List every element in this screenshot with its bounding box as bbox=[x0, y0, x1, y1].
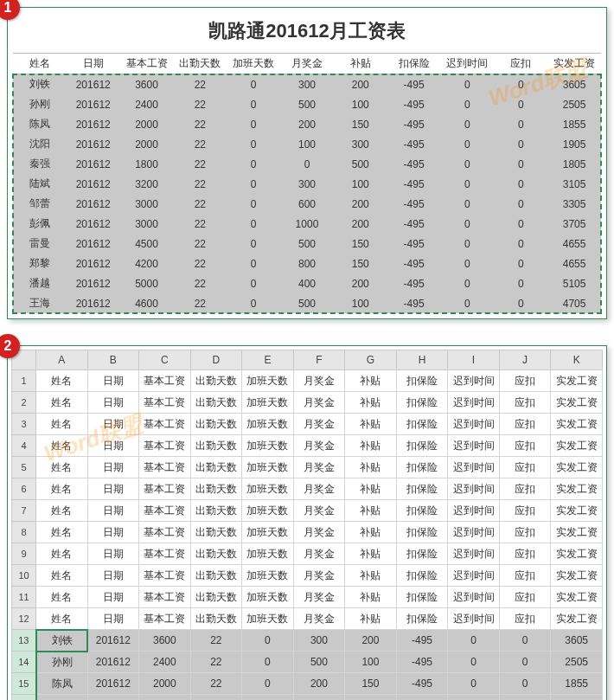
column-headers-row[interactable]: ABCDEFGHIJK bbox=[12, 350, 603, 370]
table-cell[interactable]: -495 bbox=[387, 134, 441, 154]
grid-cell[interactable]: 日期 bbox=[87, 414, 139, 435]
grid-cell[interactable]: 补贴 bbox=[345, 414, 397, 435]
table-cell[interactable]: 2000 bbox=[120, 134, 174, 154]
grid-cell[interactable]: 迟到时间 bbox=[448, 457, 500, 478]
table-row[interactable]: 邹蕾2016123000220600200-495003305 bbox=[13, 194, 601, 214]
grid-cell[interactable]: 300 bbox=[293, 630, 345, 652]
column-letter-header[interactable]: G bbox=[345, 350, 397, 370]
grid-cell[interactable]: 基本工资 bbox=[139, 435, 191, 457]
table-cell[interactable]: 3000 bbox=[120, 194, 174, 214]
grid-cell[interactable]: 0 bbox=[242, 673, 294, 695]
grid-row[interactable]: 10姓名日期基本工资出勤天数加班天数月奖金补贴扣保险迟到时间应扣实发工资 bbox=[12, 565, 603, 587]
row-number-header[interactable]: 7 bbox=[12, 500, 36, 522]
table-cell[interactable]: 0 bbox=[227, 154, 280, 174]
table-cell[interactable]: 22 bbox=[173, 154, 227, 174]
table-cell[interactable]: 0 bbox=[494, 273, 547, 293]
grid-cell[interactable]: 月奖金 bbox=[293, 608, 345, 630]
table-cell[interactable]: 0 bbox=[441, 293, 495, 313]
table-cell[interactable]: 500 bbox=[280, 94, 334, 114]
table-row[interactable]: 雷曼2016124500220500150-495004655 bbox=[13, 234, 601, 254]
row-number-header[interactable]: 10 bbox=[12, 565, 36, 587]
grid-cell[interactable]: 日期 bbox=[87, 608, 139, 630]
grid-cell[interactable]: 应扣 bbox=[499, 370, 551, 392]
grid-cell[interactable]: 基本工资 bbox=[139, 543, 191, 565]
grid-cell[interactable]: 出勤天数 bbox=[190, 543, 242, 565]
grid-cell[interactable]: 加班天数 bbox=[242, 587, 294, 608]
column-letter-header[interactable]: I bbox=[448, 350, 500, 370]
table-cell[interactable]: -495 bbox=[387, 273, 441, 293]
grid-cell[interactable]: 加班天数 bbox=[242, 414, 294, 435]
grid-cell[interactable]: 补贴 bbox=[345, 543, 397, 565]
grid-cell[interactable]: 应扣 bbox=[499, 414, 551, 435]
grid-cell[interactable]: 0 bbox=[499, 652, 551, 673]
table-cell[interactable]: 0 bbox=[227, 293, 280, 313]
grid-row-selected[interactable]: 16沈阳2016122000220100300-495001905 bbox=[12, 695, 603, 701]
table-row[interactable]: 孙刚2016122400220500100-495002505 bbox=[13, 94, 601, 114]
table-cell[interactable]: 1800 bbox=[120, 154, 174, 174]
grid-cell[interactable]: 补贴 bbox=[345, 500, 397, 522]
grid-cell[interactable]: 扣保险 bbox=[396, 435, 448, 457]
table-cell[interactable]: 100 bbox=[280, 134, 334, 154]
row-number-header[interactable]: 12 bbox=[12, 608, 36, 630]
table-cell[interactable]: 0 bbox=[227, 273, 280, 293]
grid-cell[interactable]: 出勤天数 bbox=[190, 457, 242, 478]
grid-cell[interactable]: 0 bbox=[448, 695, 500, 701]
table-cell[interactable]: 22 bbox=[173, 94, 227, 114]
table-row[interactable]: 秦强20161218002200500-495001805 bbox=[13, 154, 601, 174]
grid-row-selected[interactable]: 14孙刚2016122400220500100-495002505 bbox=[12, 652, 603, 673]
table-cell[interactable]: 200 bbox=[334, 194, 387, 214]
grid-cell[interactable]: 22 bbox=[190, 673, 242, 695]
grid-cell[interactable]: 200 bbox=[293, 673, 345, 695]
table-cell[interactable]: -495 bbox=[387, 254, 441, 273]
grid-cell[interactable]: 实发工资 bbox=[551, 608, 603, 630]
table-cell[interactable]: 22 bbox=[173, 74, 227, 95]
grid-cell[interactable]: 应扣 bbox=[499, 608, 551, 630]
grid-cell[interactable]: 补贴 bbox=[345, 392, 397, 414]
grid-cell[interactable]: 扣保险 bbox=[396, 392, 448, 414]
table-cell[interactable]: -495 bbox=[387, 94, 441, 114]
grid-cell[interactable]: 基本工资 bbox=[139, 478, 191, 500]
table-cell[interactable]: 0 bbox=[441, 114, 495, 134]
row-number-header[interactable]: 6 bbox=[12, 478, 36, 500]
grid-cell[interactable]: -495 bbox=[396, 673, 448, 695]
grid-cell[interactable]: 2505 bbox=[551, 652, 603, 673]
table-row[interactable]: 郑黎2016124200220800150-495004655 bbox=[13, 254, 601, 273]
grid-cell[interactable]: 补贴 bbox=[345, 435, 397, 457]
grid-cell[interactable]: 201612 bbox=[87, 695, 139, 701]
table-cell[interactable]: 22 bbox=[173, 293, 227, 313]
grid-cell[interactable]: 实发工资 bbox=[551, 478, 603, 500]
grid-cell[interactable]: 0 bbox=[448, 652, 500, 673]
table-cell[interactable]: 0 bbox=[494, 194, 547, 214]
grid-cell[interactable]: 补贴 bbox=[345, 587, 397, 608]
table-cell[interactable]: 201612 bbox=[67, 273, 120, 293]
row-number-header[interactable]: 8 bbox=[12, 522, 36, 543]
grid-cell[interactable]: 出勤天数 bbox=[190, 478, 242, 500]
row-number-header[interactable]: 13 bbox=[12, 630, 36, 652]
table-cell[interactable]: -495 bbox=[387, 114, 441, 134]
grid-cell[interactable]: 补贴 bbox=[345, 522, 397, 543]
table-cell[interactable]: 沈阳 bbox=[13, 134, 67, 154]
table-cell[interactable]: 0 bbox=[494, 154, 547, 174]
table-cell[interactable]: 150 bbox=[334, 114, 387, 134]
table-cell[interactable]: 1855 bbox=[547, 114, 601, 134]
grid-cell[interactable]: 姓名 bbox=[36, 543, 88, 565]
column-letter-header[interactable]: E bbox=[242, 350, 294, 370]
grid-cell[interactable]: 基本工资 bbox=[139, 370, 191, 392]
grid-cell[interactable]: 日期 bbox=[87, 435, 139, 457]
table-cell[interactable]: 0 bbox=[441, 234, 495, 254]
grid-cell[interactable]: 姓名 bbox=[36, 522, 88, 543]
table-cell[interactable]: 0 bbox=[441, 134, 495, 154]
table-cell[interactable]: 0 bbox=[227, 194, 280, 214]
grid-cell[interactable]: 日期 bbox=[87, 392, 139, 414]
grid-cell[interactable]: -495 bbox=[396, 652, 448, 673]
table-cell[interactable]: -495 bbox=[387, 154, 441, 174]
grid-cell[interactable]: 0 bbox=[242, 652, 294, 673]
table-cell[interactable]: 22 bbox=[173, 214, 227, 234]
grid-cell[interactable]: 基本工资 bbox=[139, 414, 191, 435]
table-cell[interactable]: 0 bbox=[441, 254, 495, 273]
grid-cell[interactable]: 实发工资 bbox=[551, 500, 603, 522]
table-cell[interactable]: 0 bbox=[441, 194, 495, 214]
table-cell[interactable]: 500 bbox=[334, 154, 387, 174]
table-cell[interactable]: 0 bbox=[227, 114, 280, 134]
grid-cell[interactable]: 0 bbox=[242, 695, 294, 701]
